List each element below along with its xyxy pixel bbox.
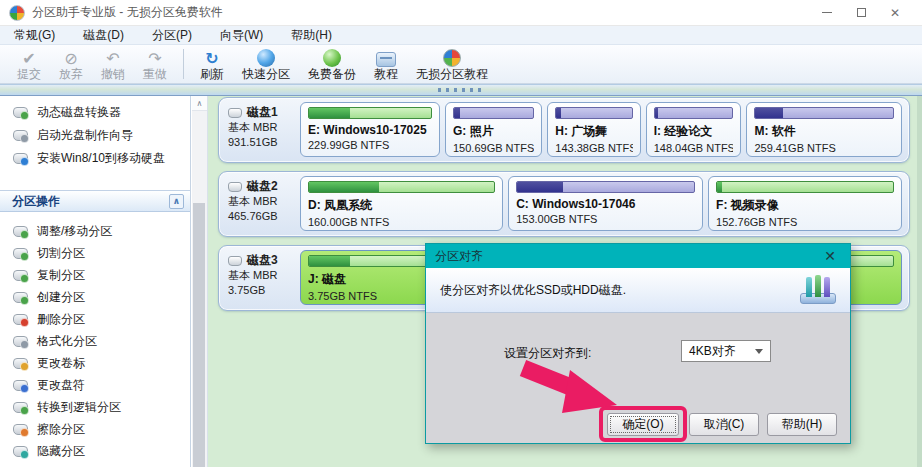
partition-label: M: 软件: [754, 123, 894, 140]
partition-label: D: 凤凰系统: [308, 197, 495, 214]
sidebar-item-boot-cd-wizard[interactable]: 启动光盘制作向导: [0, 124, 190, 147]
window-controls: ✕: [810, 2, 912, 24]
disk-type: 基本 MBR: [228, 120, 299, 135]
partition-g[interactable]: G: 照片 150.69GB NTFS: [445, 102, 542, 157]
refresh-button[interactable]: ↻ 刷新: [191, 46, 233, 83]
minimize-button[interactable]: [810, 2, 844, 24]
redo-label: 重做: [143, 67, 167, 81]
discard-icon: ⊘: [64, 48, 77, 67]
quick-partition-button[interactable]: 快速分区: [233, 46, 299, 83]
menu-general[interactable]: 常规(G): [0, 26, 69, 45]
partition-c[interactable]: C: Windows10-17046 153.00GB NTFS: [508, 176, 703, 231]
alignment-dropdown[interactable]: 4KB对齐: [681, 340, 771, 362]
section-partition-operations[interactable]: 分区操作 ∧: [0, 190, 190, 212]
partition-size: 153.00GB NTFS: [516, 213, 695, 225]
split-partition-icon: [13, 248, 28, 259]
convert-logical-icon: [13, 402, 28, 413]
sidebar-item-label: 擦除分区: [37, 421, 85, 438]
sidebar-item-wipe[interactable]: 擦除分区: [0, 418, 190, 440]
toolbar-separator: [183, 49, 184, 79]
sidebar-item-copy[interactable]: 复制分区: [0, 264, 190, 286]
sidebar-item-install-win-to-usb[interactable]: 安装Win8/10到移动硬盘: [0, 147, 190, 170]
section-title: 分区操作: [12, 193, 60, 210]
maximize-icon: [857, 8, 866, 17]
usage-fill: [309, 108, 350, 118]
maximize-button[interactable]: [844, 2, 878, 24]
sidebar-item-change-label[interactable]: 更改卷标: [0, 352, 190, 374]
sidebar-item-hide[interactable]: 隐藏分区: [0, 440, 190, 462]
partition-label: F: 视频录像: [716, 197, 894, 214]
sidebar-item-resize-move[interactable]: 调整/移动分区: [0, 220, 190, 242]
sidebar-item-format[interactable]: 格式化分区: [0, 330, 190, 352]
partition-d[interactable]: D: 凤凰系统 160.00GB NTFS: [300, 176, 503, 231]
disk-size: 931.51GB: [228, 135, 299, 150]
usage-bar: [754, 107, 894, 119]
free-backup-button[interactable]: 免费备份: [299, 46, 365, 83]
change-drive-letter-icon: [13, 380, 28, 391]
menu-wizard[interactable]: 向导(W): [206, 26, 277, 45]
redo-arrow-icon: ↷: [148, 48, 161, 67]
usage-fill: [309, 256, 350, 266]
ok-button[interactable]: 确定(O): [607, 413, 679, 436]
partition-label: C: Windows10-17046: [516, 197, 695, 211]
disk-icon: [228, 256, 242, 266]
disk-name: 磁盘2: [247, 179, 278, 194]
dialog-title-bar[interactable]: 分区对齐 ✕: [426, 244, 850, 268]
free-backup-icon: [323, 49, 341, 67]
cancel-button[interactable]: 取消(C): [689, 413, 759, 436]
sidebar-item-dynamic-disk-converter[interactable]: 动态磁盘转换器: [0, 101, 190, 124]
usage-bar: [308, 181, 495, 193]
scrollbar-thumb[interactable]: [193, 203, 205, 467]
commit-button[interactable]: ✔ 提交: [8, 46, 50, 83]
format-partition-icon: [13, 336, 28, 347]
sidebar-item-change-drive-letter[interactable]: 更改盘符: [0, 374, 190, 396]
sidebar-item-split[interactable]: 切割分区: [0, 242, 190, 264]
dialog-header: 使分区对齐以优化SSD或HDD磁盘.: [426, 268, 850, 313]
scroll-up-icon[interactable]: ∧: [192, 96, 207, 111]
dialog-title: 分区对齐: [435, 248, 483, 265]
menu-partition[interactable]: 分区(P): [138, 26, 206, 45]
close-button[interactable]: ✕: [878, 2, 912, 24]
sidebar-scrollbar[interactable]: ∧: [192, 96, 208, 467]
alignment-field-label: 设置分区对齐到:: [504, 345, 591, 362]
dialog-close-icon[interactable]: ✕: [819, 248, 841, 264]
disk-name: 磁盘3: [247, 253, 278, 268]
partition-size: 259.41GB NTFS: [754, 142, 894, 154]
collapse-chevron-icon[interactable]: ∧: [169, 194, 184, 209]
horizontal-splitter[interactable]: [0, 84, 922, 96]
help-button[interactable]: 帮助(H): [767, 413, 837, 436]
discard-button[interactable]: ⊘ 放弃: [50, 46, 92, 83]
usage-fill: [309, 182, 379, 192]
menu-disk[interactable]: 磁盘(D): [69, 26, 138, 45]
partition-f[interactable]: F: 视频录像 152.76GB NTFS: [708, 176, 902, 231]
partition-i[interactable]: I: 经验论文 148.04GB NTFS: [646, 102, 742, 157]
lossless-tutorial-button[interactable]: 无损分区教程: [407, 46, 497, 83]
redo-button[interactable]: ↷ 重做: [134, 46, 176, 83]
partition-row: D: 凤凰系统 160.00GB NTFS C: Windows10-17046…: [299, 172, 909, 236]
usage-fill: [717, 182, 722, 192]
sidebar-item-create[interactable]: 创建分区: [0, 286, 190, 308]
partition-e[interactable]: E: Windows10-17025 229.99GB NTFS: [300, 102, 440, 157]
partition-h[interactable]: H: 广场舞 143.38GB NTFS: [547, 102, 640, 157]
undo-button[interactable]: ↶ 撤销: [92, 46, 134, 83]
title-bar: 分区助手专业版 - 无损分区免费软件 ✕: [0, 0, 922, 26]
tutorial-button[interactable]: 教程: [365, 46, 407, 83]
undo-arrow-icon: ↶: [106, 48, 119, 67]
menu-help[interactable]: 帮助(H): [277, 26, 346, 45]
sidebar-item-label: 调整/移动分区: [37, 223, 112, 240]
change-label-icon: [13, 358, 28, 369]
disk-info: 磁盘2 基本 MBR 465.76GB: [219, 172, 299, 236]
sidebar-item-delete[interactable]: 删除分区: [0, 308, 190, 330]
sidebar-item-label: 转换到逻辑分区: [37, 399, 121, 416]
disk-name: 磁盘1: [247, 105, 278, 120]
usage-fill: [655, 108, 658, 118]
sidebar-item-label: 启动光盘制作向导: [37, 127, 133, 144]
disk-row-1: 磁盘1 基本 MBR 931.51GB E: Windows10-17025 2…: [218, 97, 910, 163]
refresh-icon: ↻: [205, 48, 218, 67]
create-partition-icon: [13, 292, 28, 303]
alignment-chart-icon: [800, 275, 836, 305]
partition-m[interactable]: M: 软件 259.41GB NTFS: [746, 102, 902, 157]
usage-fill: [755, 108, 783, 118]
sidebar-item-convert-logical[interactable]: 转换到逻辑分区: [0, 396, 190, 418]
sidebar-item-label: 切割分区: [37, 245, 85, 262]
